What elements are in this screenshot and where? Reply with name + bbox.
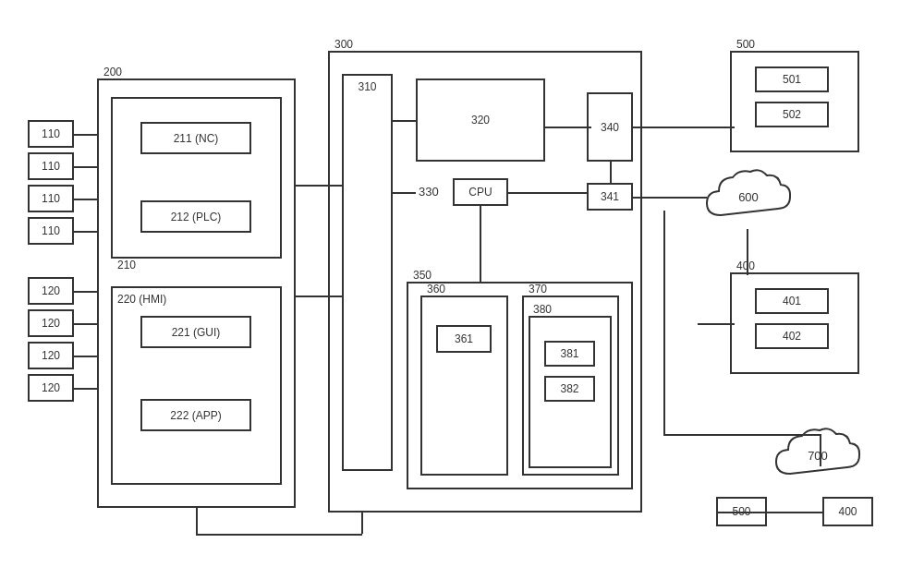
line-200-300-2: [296, 296, 342, 297]
box-341: 341: [587, 183, 633, 211]
group-400-bot: 400: [822, 497, 873, 526]
group-500-top: 500 501 502: [730, 51, 859, 152]
line-120-1: [74, 291, 98, 293]
line-110-2: [74, 166, 98, 168]
line-200-300: [296, 185, 342, 187]
box-382: 382: [544, 376, 595, 402]
box-501: 501: [755, 66, 829, 92]
line-341-700-h: [663, 434, 821, 436]
line-340-500: [633, 127, 735, 128]
box-110-4: 110: [28, 217, 74, 245]
line-700-400bot: [767, 512, 824, 513]
group-210: 210 211 (NC) 212 (PLC): [111, 97, 282, 259]
box-120-1: 120: [28, 277, 74, 305]
group-400: 400 401 402: [730, 272, 859, 374]
box-401: 401: [755, 288, 829, 314]
box-361: 361: [436, 325, 492, 353]
line-320-340: [545, 127, 591, 128]
box-402: 402: [755, 323, 829, 349]
box-212: 212 (PLC): [140, 200, 251, 233]
line-330-341: [508, 192, 587, 194]
cloud-700: 700: [772, 423, 864, 488]
line-300-bot: [361, 513, 363, 534]
box-340: 340: [587, 92, 633, 162]
line-110-3: [74, 199, 98, 200]
box-120-3: 120: [28, 342, 74, 369]
box-110-2: 110: [28, 152, 74, 180]
box-330-cpu: CPU: [453, 178, 508, 206]
group-360: 360 361: [420, 296, 508, 476]
line-200-bot: [196, 508, 198, 536]
cloud-600: 600: [702, 164, 795, 229]
box-221: 221 (GUI): [140, 316, 251, 348]
line-120-2: [74, 323, 98, 325]
box-310: 310: [342, 74, 393, 471]
box-120-4: 120: [28, 374, 74, 402]
box-222: 222 (APP): [140, 399, 251, 431]
line-cloud-400: [698, 323, 735, 325]
line-110-1: [74, 134, 98, 136]
box-320: 320: [416, 78, 545, 162]
line-bot-h: [196, 534, 362, 536]
box-502: 502: [755, 102, 829, 127]
line-330-350: [480, 206, 481, 282]
group-370: 370 380 381 382: [522, 296, 619, 476]
svg-text:600: 600: [738, 190, 759, 204]
box-120-2: 120: [28, 309, 74, 337]
line-340-341: [610, 162, 612, 183]
line-700-v: [820, 434, 821, 466]
group-220: 220 (HMI) 221 (GUI) 222 (APP): [111, 286, 282, 485]
diagram: 110 110 110 110 120 120 120 120 200 210 …: [0, 0, 924, 567]
group-380: 380 381 382: [529, 316, 612, 468]
line-310-320: [393, 120, 416, 122]
box-110-3: 110: [28, 185, 74, 212]
box-110-1: 110: [28, 120, 74, 148]
line-600-400: [747, 229, 748, 275]
line-700-500bot: [716, 512, 773, 513]
line-341-700-v: [663, 211, 665, 434]
box-211: 211 (NC): [140, 122, 251, 154]
box-381: 381: [544, 341, 595, 367]
line-120-3: [74, 356, 98, 357]
line-110-4: [74, 231, 98, 233]
line-120-4: [74, 388, 98, 390]
line-310-330: [393, 192, 416, 194]
line-341-600: [633, 197, 707, 199]
svg-text:700: 700: [808, 449, 828, 463]
